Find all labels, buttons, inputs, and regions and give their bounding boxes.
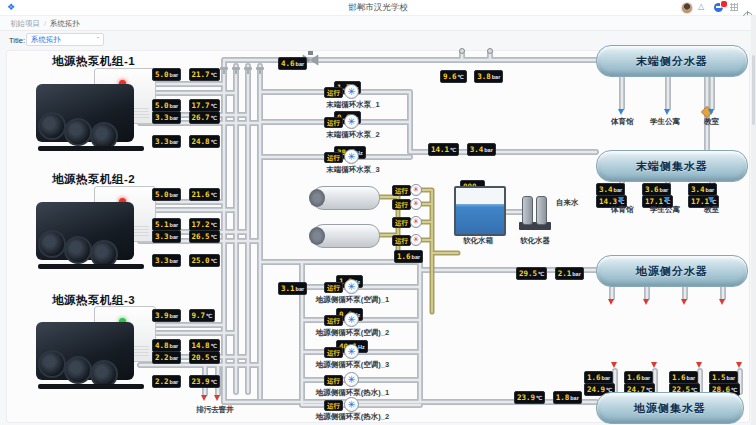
breadcrumb-separator: / xyxy=(44,19,46,28)
flow-arrow-down-icon xyxy=(643,299,649,305)
end-pump1-icon[interactable]: ✳ xyxy=(344,84,359,99)
hw-pump3-status-badge: 运行 xyxy=(392,217,411,228)
drain-arrow-icon xyxy=(214,395,220,401)
hw-pressure: 1.6bar xyxy=(394,245,423,263)
unit2-readout-row1: 5.0bar 21.6℃ xyxy=(152,183,220,201)
source-pump3-status-badge: 运行 xyxy=(324,347,343,358)
valve-icon xyxy=(232,67,240,70)
source-supply-readout: 29.5℃ 2.1bar xyxy=(516,262,584,280)
hw-pump3-icon[interactable]: ✳ xyxy=(410,216,422,228)
chevron-down-icon: ˇ xyxy=(97,36,99,43)
drain-arrow-icon xyxy=(201,395,207,401)
end-supply-pressure: 4.6bar xyxy=(278,52,307,70)
unit2-readout-row3: 3.3bar 26.5℃ xyxy=(152,225,220,243)
apps-grid-icon[interactable] xyxy=(730,3,738,11)
unit3-readout-row4: 2.2bar 23.9℃ xyxy=(152,370,220,388)
hw-pump1-icon[interactable]: ✳ xyxy=(410,184,422,196)
expansion-tank-1 xyxy=(312,186,380,210)
sensor-icon xyxy=(460,49,465,54)
breadcrumb-root[interactable]: 初始项目 xyxy=(10,19,40,29)
unit3-readout-row1: 3.9bar 9.7℃ xyxy=(152,304,215,322)
notification-badge xyxy=(720,0,728,8)
breadcrumb-current: 系统拓扑 xyxy=(50,19,80,29)
user-avatar[interactable] xyxy=(681,2,693,14)
source-pump1-status-badge: 运行 xyxy=(324,282,343,293)
sensor-icon xyxy=(488,49,493,54)
expansion-tank-2 xyxy=(312,224,380,248)
hw-pump2-icon[interactable]: ✳ xyxy=(410,198,422,210)
source-pump3-icon[interactable]: ✳ xyxy=(344,344,359,359)
branch-label: 体育馆 xyxy=(611,117,634,126)
flow-arrow-down-icon xyxy=(708,197,714,203)
unit3-readout-row3: 2.2bar 20.5℃ xyxy=(152,346,220,364)
flow-arrow-down-icon xyxy=(664,109,670,115)
hmi-screen: 地源热泵机组-1 地源热泵机组-2 地源热泵机组-3 5.0bar 21.7℃ … xyxy=(0,0,756,425)
branch-label: 体育馆 xyxy=(611,205,634,214)
end-pump1-status-badge: 运行 xyxy=(324,87,343,98)
end-pump3-label: 末端循环水泵_3 xyxy=(318,165,388,174)
unit1-readout-row4: 3.3bar 24.8℃ xyxy=(152,130,220,148)
heat-pump-unit-2[interactable] xyxy=(36,186,156,278)
unit2-name: 地源热泵机组-2 xyxy=(52,173,135,186)
valve-icon xyxy=(220,67,228,70)
flow-arrow-down-icon xyxy=(618,197,624,203)
end-pump2-icon[interactable]: ✳ xyxy=(344,114,359,129)
scrollbar-track[interactable] xyxy=(751,15,756,425)
end-pump2-status-badge: 运行 xyxy=(324,117,343,128)
end-pump2-label: 末端循环水泵_2 xyxy=(318,130,388,139)
source-pump5-icon[interactable]: ✳ xyxy=(344,397,359,412)
source-pump2-icon[interactable]: ✳ xyxy=(344,312,359,327)
end-distributor: 末端侧分水器 xyxy=(596,45,748,77)
title-select-value: 系统拓扑 xyxy=(31,35,97,44)
branch-label: 学生公寓 xyxy=(650,205,680,214)
unit1-readout-row3: 3.3bar 26.7℃ xyxy=(152,106,220,124)
source-pump2-status-badge: 运行 xyxy=(324,315,343,326)
end-pump3-status-badge: 运行 xyxy=(324,152,343,163)
unit1-name: 地源热泵机组-1 xyxy=(52,55,135,68)
title-select[interactable]: 系统拓扑 ˇ xyxy=(26,33,104,46)
hw-pump4-icon[interactable]: ✳ xyxy=(410,234,422,246)
softener-cylinder xyxy=(522,196,533,225)
hw-pump4-status-badge: 运行 xyxy=(392,235,411,246)
source-pump1-icon[interactable]: ✳ xyxy=(344,279,359,294)
source-pump3-label: 地源侧循环泵(空调)_3 xyxy=(305,360,400,369)
flow-arrow-down-icon xyxy=(618,109,624,115)
softened-water-tank xyxy=(454,186,506,236)
heat-pump-unit-3[interactable] xyxy=(36,306,156,398)
flow-arrow-down-icon xyxy=(719,299,725,305)
flow-arrow-down-icon xyxy=(608,299,614,305)
end-pump3-icon[interactable]: ✳ xyxy=(344,149,359,164)
flow-arrow-down-icon xyxy=(708,109,714,115)
source-distributor: 地源侧分水器 xyxy=(596,255,748,287)
title-select-label: Title: xyxy=(9,36,25,45)
source-collector: 地源侧集水器 xyxy=(596,392,744,424)
source-pump5-status-badge: 运行 xyxy=(324,400,343,411)
end-return-readout: 14.1℃ 3.4bar xyxy=(428,138,496,156)
riser-pressure: 3.1bar xyxy=(278,277,307,295)
breadcrumb-bar: 初始项目 / 系统拓扑 xyxy=(0,16,756,31)
source-pump4-label: 地源侧循环泵(热水)_1 xyxy=(305,388,400,397)
flow-arrow-down-icon xyxy=(681,299,687,305)
hw-pump1-status-badge: 运行 xyxy=(392,185,411,196)
source-pump4-status-badge: 运行 xyxy=(324,375,343,386)
branch-label: 教室 xyxy=(704,205,719,214)
hw-pump2-status-badge: 运行 xyxy=(392,199,411,210)
scrollbar-thumb[interactable] xyxy=(752,55,755,125)
valve-icon xyxy=(244,67,252,70)
end-supply-temp: 9.6℃ 3.8bar xyxy=(440,65,503,83)
unit2-readout-row4: 3.3bar 25.0℃ xyxy=(152,249,220,267)
branch-label: 学生公寓 xyxy=(650,117,680,126)
branch-label: 教室 xyxy=(704,117,719,126)
flow-arrow-down-icon xyxy=(664,197,670,203)
tap-water-label: 自来水 xyxy=(556,198,579,207)
tank-label: 软化水箱 xyxy=(452,236,504,245)
app-icon[interactable]: △ xyxy=(698,2,704,12)
heat-pump-unit-1[interactable] xyxy=(36,68,156,160)
drain-label: 排污去窨井 xyxy=(180,405,250,414)
app-title: 邯郸市汉光学校 xyxy=(0,2,756,13)
unit1-readout-row1: 5.0bar 21.7℃ xyxy=(152,63,220,81)
valve-icon xyxy=(256,67,264,70)
source-pump5-label: 地源侧循环泵(热水)_2 xyxy=(305,412,400,421)
source-pump4-icon[interactable]: ✳ xyxy=(344,372,359,387)
app-header: ❖ 邯郸市汉光学校 △ xyxy=(0,0,756,16)
